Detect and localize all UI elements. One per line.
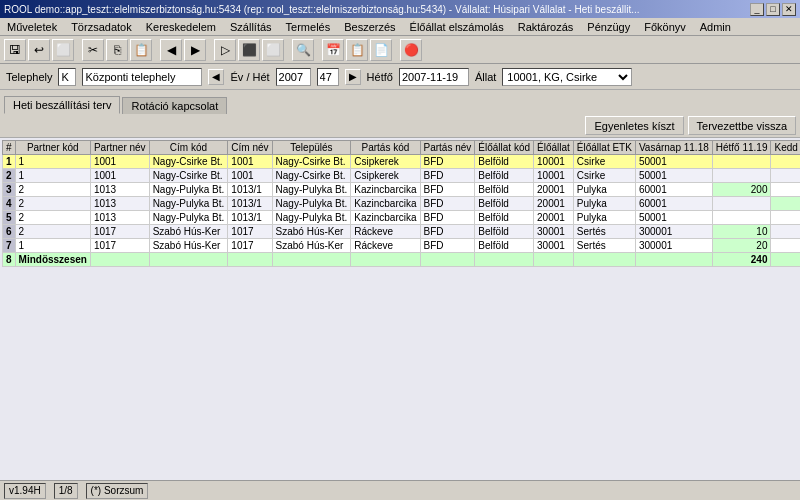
row-number: 8 (3, 253, 16, 267)
tb-btn-16[interactable]: 🔴 (400, 39, 422, 61)
maximize-button[interactable]: □ (766, 3, 780, 16)
menu-item-lllatelszmols[interactable]: Élőállat elszámolás (407, 20, 507, 34)
table-cell: Nagy-Csirke Bt. (149, 169, 228, 183)
egyenletes-btn[interactable]: Egyenletes kíszt (585, 116, 683, 135)
nav-prev-btn[interactable]: ◀ (208, 69, 224, 85)
col-header-3: Cím kód (149, 141, 228, 155)
table-cell: 1013/1 (228, 211, 272, 225)
telephely-input[interactable] (58, 68, 76, 86)
tb-btn-5[interactable]: ⎘ (106, 39, 128, 61)
tb-btn-2[interactable]: ↩ (28, 39, 50, 61)
table-cell (228, 253, 272, 267)
table-cell (712, 169, 771, 183)
menu-item-termels[interactable]: Termelés (283, 20, 334, 34)
table-cell: Belföld (475, 239, 534, 253)
tb-btn-4[interactable]: ✂ (82, 39, 104, 61)
table-cell: 2 (15, 183, 90, 197)
menu-item-kereskedelem[interactable]: Kereskedelem (143, 20, 219, 34)
table-cell: Kazincbarcika (351, 197, 420, 211)
tb-btn-11[interactable]: ⬜ (262, 39, 284, 61)
tb-btn-6[interactable]: 📋 (130, 39, 152, 61)
telephely-name-input[interactable] (82, 68, 202, 86)
table-cell: 100 (771, 155, 800, 169)
menu-item-pnzgy[interactable]: Pénzügy (584, 20, 633, 34)
tervezettbe-btn[interactable]: Tervezettbe vissza (688, 116, 796, 135)
tb-btn-10[interactable]: ⬛ (238, 39, 260, 61)
table-cell (272, 253, 351, 267)
table-row[interactable]: 321013Nagy-Pulyka Bt.1013/1Nagy-Pulyka B… (3, 183, 801, 197)
table-cell: 300001 (635, 225, 712, 239)
table-cell (771, 183, 800, 197)
table-cell: Csirke (573, 155, 635, 169)
main-content: #Partner kódPartner névCím kódCím névTel… (0, 138, 800, 480)
hetto-input[interactable] (399, 68, 469, 86)
allat-select[interactable]: 10001, KG, Csirke (502, 68, 632, 86)
tb-btn-1[interactable]: 🖫 (4, 39, 26, 61)
table-row[interactable]: 621017Szabó Hús-Ker1017Szabó Hús-KerRáck… (3, 225, 801, 239)
table-cell: 20001 (534, 197, 574, 211)
het-input[interactable] (317, 68, 339, 86)
close-button[interactable]: ✕ (782, 3, 796, 16)
data-table: #Partner kódPartner névCím kódCím névTel… (2, 140, 800, 267)
table-row[interactable]: 111001Nagy-Csirke Bt.1001Nagy-Csirke Bt.… (3, 155, 801, 169)
filter-bar: Telephely ◀ Év / Hét ▶ Hétfő Állat 10001… (0, 64, 800, 90)
table-cell: 1001 (90, 169, 149, 183)
menu-item-fknyv[interactable]: Főkönyv (641, 20, 689, 34)
tb-btn-7[interactable]: ◀ (160, 39, 182, 61)
table-cell: 240 (712, 253, 771, 267)
menu-item-raktrozs[interactable]: Raktározás (515, 20, 577, 34)
col-header-12: Hétfő 11.19 (712, 141, 771, 155)
menu-item-mveletek[interactable]: Műveletek (4, 20, 60, 34)
col-header-11: Vasárnap 11.18 (635, 141, 712, 155)
minimize-button[interactable]: _ (750, 3, 764, 16)
table-cell: Nagy-Pulyka Bt. (149, 197, 228, 211)
table-cell: Ráckeve (351, 225, 420, 239)
row-number: 3 (3, 183, 16, 197)
table-cell: 20001 (534, 183, 574, 197)
table-cell: BFD (420, 155, 475, 169)
tb-btn-15[interactable]: 📄 (370, 39, 392, 61)
nav-next-btn[interactable]: ▶ (345, 69, 361, 85)
table-cell: 1 (15, 169, 90, 183)
table-cell: 60001 (635, 183, 712, 197)
tb-btn-3[interactable]: ⬜ (52, 39, 74, 61)
table-cell: 1 (15, 155, 90, 169)
table-cell: Mindösszesen (15, 253, 90, 267)
table-cell: Szabó Hús-Ker (149, 239, 228, 253)
menu-item-szllts[interactable]: Szállítás (227, 20, 275, 34)
tb-btn-9[interactable]: ▷ (214, 39, 236, 61)
table-cell: BFD (420, 239, 475, 253)
table-row[interactable]: 8Mindösszesen2407501 6308207305007505 42… (3, 253, 801, 267)
table-row[interactable]: 711017Szabó Hús-Ker1017Szabó Hús-KerRáck… (3, 239, 801, 253)
table-cell: 1001 (228, 169, 272, 183)
menu-item-trzsadatok[interactable]: Törzsadatok (68, 20, 135, 34)
ev-input[interactable] (276, 68, 311, 86)
table-cell: 200 (712, 183, 771, 197)
table-cell: 1017 (228, 239, 272, 253)
table-cell: BFD (420, 225, 475, 239)
tab-heti[interactable]: Heti beszállítási terv (4, 96, 120, 114)
tb-btn-12[interactable]: 🔍 (292, 39, 314, 61)
table-cell: BFD (420, 211, 475, 225)
table-cell: Nagy-Pulyka Bt. (272, 211, 351, 225)
col-header-9: Élőállat (534, 141, 574, 155)
tb-btn-8[interactable]: ▶ (184, 39, 206, 61)
table-row[interactable]: 521013Nagy-Pulyka Bt.1013/1Nagy-Pulyka B… (3, 211, 801, 225)
tb-btn-13[interactable]: 📅 (322, 39, 344, 61)
tb-btn-14[interactable]: 📋 (346, 39, 368, 61)
table-cell: Nagy-Csirke Bt. (149, 155, 228, 169)
col-header-10: Élőállat ETK (573, 141, 635, 155)
menu-bar: MűveletekTörzsadatokKereskedelemSzállítá… (0, 18, 800, 36)
table-row[interactable]: 421013Nagy-Pulyka Bt.1013/1Nagy-Pulyka B… (3, 197, 801, 211)
table-cell (573, 253, 635, 267)
menu-item-admin[interactable]: Admin (697, 20, 734, 34)
menu-item-beszerzs[interactable]: Beszerzés (341, 20, 398, 34)
tab-rotacio[interactable]: Rotáció kapcsolat (122, 97, 227, 114)
toolbar: 🖫 ↩ ⬜ ✂ ⎘ 📋 ◀ ▶ ▷ ⬛ ⬜ 🔍 📅 📋 📄 🔴 (0, 36, 800, 64)
table-cell: 60001 (635, 197, 712, 211)
table-cell: Szabó Hús-Ker (272, 239, 351, 253)
table-row[interactable]: 211001Nagy-Csirke Bt.1001Nagy-Csirke Bt.… (3, 169, 801, 183)
table-cell: 20 (712, 239, 771, 253)
ev-het-label: Év / Hét (230, 71, 269, 83)
table-cell: 50001 (635, 155, 712, 169)
